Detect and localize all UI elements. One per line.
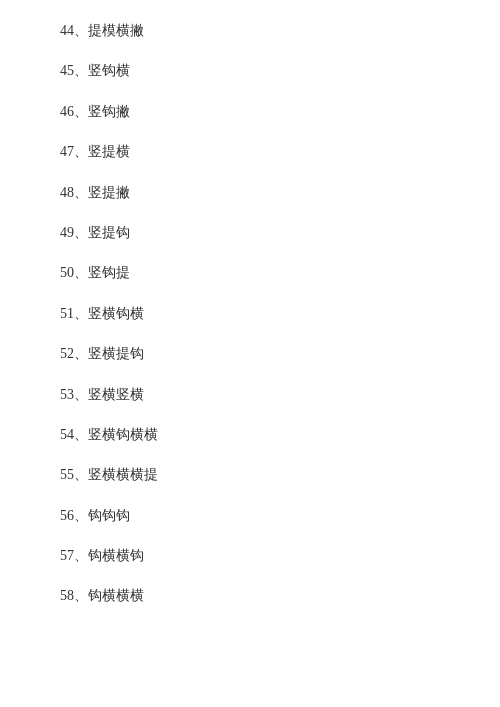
list-item-label: 45、竖钩横	[60, 63, 130, 78]
list-item-label: 56、钩钩钩	[60, 508, 130, 523]
list-item-label: 57、钩横横钩	[60, 548, 144, 563]
list-item-label: 44、提模横撇	[60, 23, 144, 38]
main-content: 44、提模横撇45、竖钩横46、竖钩撇47、竖提横48、竖提撇49、竖提钩50、…	[0, 0, 500, 646]
list-item-label: 46、竖钩撇	[60, 104, 130, 119]
list-item: 51、竖横钩横	[60, 303, 440, 325]
list-item-label: 54、竖横钩横横	[60, 427, 158, 442]
list-item: 52、竖横提钩	[60, 343, 440, 365]
list-item: 46、竖钩撇	[60, 101, 440, 123]
list-item-label: 50、竖钩提	[60, 265, 130, 280]
list-item-label: 48、竖提撇	[60, 185, 130, 200]
list-item: 44、提模横撇	[60, 20, 440, 42]
list-item: 55、竖横横横提	[60, 464, 440, 486]
list-item: 54、竖横钩横横	[60, 424, 440, 446]
list-item: 58、钩横横横	[60, 585, 440, 607]
list-item: 48、竖提撇	[60, 182, 440, 204]
list-item: 45、竖钩横	[60, 60, 440, 82]
list-item: 56、钩钩钩	[60, 505, 440, 527]
list-item-label: 49、竖提钩	[60, 225, 130, 240]
list-item: 47、竖提横	[60, 141, 440, 163]
list-item-label: 52、竖横提钩	[60, 346, 144, 361]
list-item-label: 58、钩横横横	[60, 588, 144, 603]
list-item-label: 47、竖提横	[60, 144, 130, 159]
list-item: 57、钩横横钩	[60, 545, 440, 567]
list-item-label: 53、竖横竖横	[60, 387, 144, 402]
list-item: 53、竖横竖横	[60, 384, 440, 406]
list-item: 49、竖提钩	[60, 222, 440, 244]
list-item-label: 55、竖横横横提	[60, 467, 158, 482]
list-item-label: 51、竖横钩横	[60, 306, 144, 321]
list-item: 50、竖钩提	[60, 262, 440, 284]
